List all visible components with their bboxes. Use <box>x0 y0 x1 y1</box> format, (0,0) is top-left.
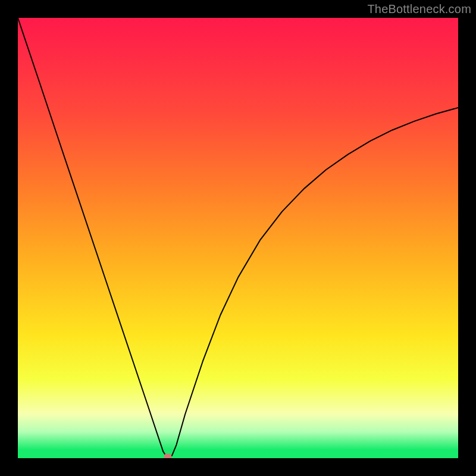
minimum-marker <box>164 454 171 459</box>
bottleneck-curve <box>18 18 458 458</box>
plot-area <box>18 18 458 458</box>
chart-frame: TheBottleneck.com <box>0 0 476 476</box>
watermark-text: TheBottleneck.com <box>367 2 471 16</box>
